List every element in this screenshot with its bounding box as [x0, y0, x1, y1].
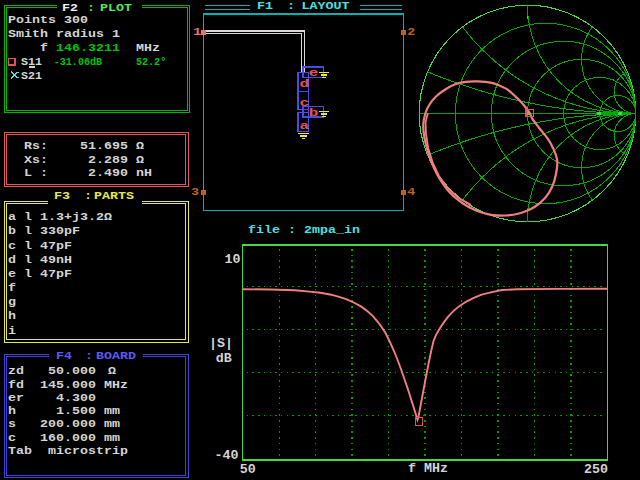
svg-text:50.000: 50.000: [48, 366, 96, 377]
svg-text:MHz: MHz: [136, 43, 160, 54]
svg-text:e: e: [309, 66, 319, 79]
svg-text:Rs:: Rs:: [24, 141, 48, 152]
svg-text:52.2°: 52.2°: [136, 57, 166, 68]
svg-text:f: f: [40, 43, 48, 54]
svg-text:47pF: 47pF: [40, 269, 72, 280]
svg-text:PLOT: PLOT: [100, 3, 132, 14]
svg-text:Ω: Ω: [136, 155, 144, 166]
svg-text:2: 2: [407, 27, 415, 38]
svg-text:200.000: 200.000: [40, 420, 96, 431]
svg-text:49nH: 49nH: [40, 255, 72, 266]
svg-text:l: l: [24, 255, 32, 266]
svg-text:3: 3: [191, 187, 199, 198]
svg-text:b: b: [309, 106, 319, 119]
svg-text:Points 300: Points 300: [8, 15, 88, 26]
svg-text:LAYOUT: LAYOUT: [302, 1, 350, 12]
svg-text:h: h: [8, 311, 16, 322]
svg-text:1.500: 1.500: [56, 406, 96, 417]
svg-text:|S|: |S|: [209, 336, 233, 351]
svg-text:10: 10: [225, 252, 241, 267]
svg-text:Ω: Ω: [108, 366, 116, 377]
svg-text:h: h: [8, 406, 16, 417]
svg-text:PARTS: PARTS: [94, 191, 134, 202]
svg-text:F3: F3: [54, 191, 70, 202]
svg-text:-40: -40: [215, 448, 239, 463]
svg-text:b: b: [8, 227, 16, 238]
svg-text:f: f: [8, 283, 16, 294]
svg-text:50: 50: [240, 462, 256, 477]
svg-text:l: l: [24, 241, 32, 252]
svg-text:F1: F1: [257, 1, 273, 12]
svg-text:i: i: [8, 326, 16, 337]
svg-text:S21: S21: [21, 71, 42, 82]
svg-text:F4: F4: [56, 352, 72, 363]
svg-text:MHz: MHz: [104, 380, 128, 391]
svg-text:mm: mm: [104, 406, 120, 417]
svg-text:c: c: [8, 241, 16, 252]
svg-text::: :: [85, 352, 93, 363]
svg-text::: :: [287, 1, 295, 12]
svg-text:2.490: 2.490: [88, 168, 128, 179]
svg-text:e: e: [8, 269, 16, 280]
svg-text:zd: zd: [8, 366, 24, 377]
svg-text:g: g: [8, 297, 16, 308]
svg-text:250: 250: [584, 463, 608, 478]
svg-text:-31.06dB: -31.06dB: [54, 57, 102, 68]
svg-text:S11: S11: [21, 57, 42, 68]
svg-text:d: d: [300, 77, 310, 90]
svg-text:l: l: [24, 227, 32, 238]
svg-text:160.000: 160.000: [40, 433, 96, 444]
svg-text:1.3+j3.2Ω: 1.3+j3.2Ω: [40, 212, 112, 223]
svg-text:a: a: [8, 212, 16, 223]
svg-text:4.300: 4.300: [56, 393, 96, 404]
svg-text:c: c: [8, 433, 16, 444]
svg-text:330pF: 330pF: [40, 227, 80, 238]
svg-text:microstrip: microstrip: [48, 446, 128, 457]
svg-text:c: c: [300, 96, 310, 109]
svg-text:Ω: Ω: [136, 141, 144, 152]
svg-text:nH: nH: [136, 168, 152, 179]
svg-text:146.3211: 146.3211: [56, 43, 120, 54]
svg-text:mm: mm: [104, 420, 120, 431]
svg-text:mm: mm: [104, 433, 120, 444]
svg-text:dB: dB: [216, 351, 232, 366]
svg-text:4: 4: [407, 187, 415, 198]
svg-text:BOARD: BOARD: [96, 352, 136, 363]
svg-text:Tab: Tab: [8, 446, 32, 457]
svg-text:51.695: 51.695: [80, 141, 128, 152]
svg-text:d: d: [8, 255, 16, 266]
svg-text:f MHz: f MHz: [408, 462, 448, 477]
svg-text:Xs:: Xs:: [24, 155, 48, 166]
svg-text:fd: fd: [8, 380, 24, 391]
svg-text:F2: F2: [62, 3, 78, 14]
svg-text:s: s: [8, 420, 16, 431]
svg-text:1: 1: [193, 27, 201, 38]
svg-text:a: a: [300, 119, 310, 132]
svg-text:Smith radius 1: Smith radius 1: [8, 29, 120, 40]
svg-text::: :: [87, 3, 95, 14]
svg-text:l: l: [24, 269, 32, 280]
svg-text:2.289: 2.289: [88, 155, 128, 166]
svg-text:file : 2mpa_in: file : 2mpa_in: [248, 225, 360, 236]
svg-text:L :: L :: [24, 168, 48, 179]
svg-text::: :: [84, 191, 92, 202]
svg-text:er: er: [8, 393, 24, 404]
svg-text:145.000: 145.000: [40, 380, 96, 391]
svg-text:l: l: [24, 212, 32, 223]
svg-text:47pF: 47pF: [40, 241, 72, 252]
